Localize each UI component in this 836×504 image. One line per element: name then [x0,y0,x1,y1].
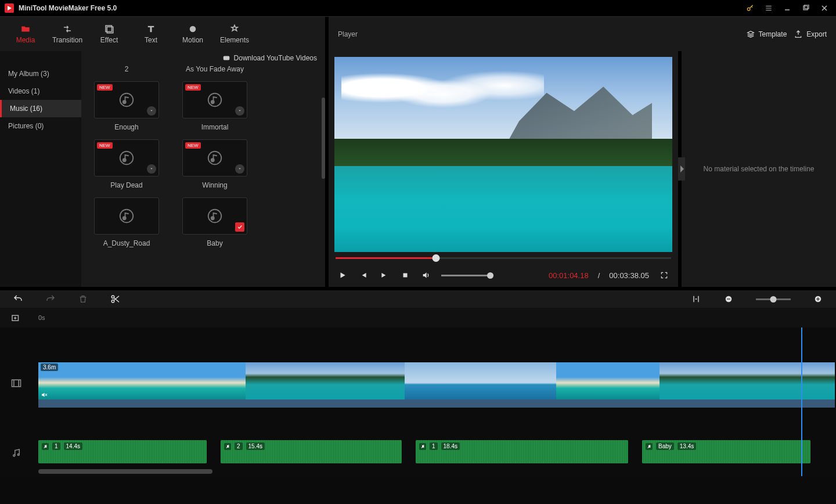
clip-name: 1 [52,442,60,450]
svg-point-40 [648,447,648,448]
media-grid: Download YouTube Videos 2As You Fade Awa… [81,51,325,287]
svg-point-39 [423,447,424,447]
inspector-empty-text: No material selected on the timeline [704,165,815,173]
close-button[interactable] [817,1,831,15]
tab-motion[interactable]: Motion [172,20,214,48]
prev-button[interactable] [358,269,369,281]
add-track-icon[interactable] [10,312,21,323]
download-icon[interactable] [235,164,244,174]
download-icon[interactable] [235,106,244,116]
collapse-inspector-button[interactable] [678,157,685,181]
mute-icon[interactable] [41,391,48,398]
svg-point-12 [120,152,134,165]
new-badge: NEW [97,84,113,91]
fit-button[interactable] [691,294,701,304]
timeline-ruler[interactable]: 0s [0,308,836,327]
svg-point-41 [650,447,650,447]
video-preview[interactable] [334,57,672,252]
minimize-button[interactable] [780,1,794,15]
delete-button[interactable] [78,294,88,304]
svg-point-6 [190,26,196,33]
svg-rect-7 [223,56,229,60]
volume-icon[interactable] [420,269,432,281]
tab-text[interactable]: Text [130,20,172,48]
music-clip[interactable]: Baby13.4s [642,440,810,463]
tab-transition[interactable]: Transition [46,20,88,48]
menu-icon[interactable] [762,1,776,15]
stop-button[interactable] [399,269,411,281]
sidebar: My Album (3) Videos (1) Music (16) Pictu… [0,51,81,287]
audio-track[interactable] [38,399,835,408]
media-card[interactable]: NEW [94,139,159,177]
tab-label: Text [145,36,157,44]
clip-name: Baby [656,442,674,450]
media-card[interactable]: NEW [182,139,247,177]
redo-button[interactable] [45,294,56,304]
music-clip[interactable]: 215.4s [221,440,402,463]
video-track-icon[interactable] [0,360,33,406]
music-track-icon[interactable] [0,441,33,465]
svg-point-37 [228,447,229,447]
music-track[interactable]: 114.4s215.4s118.4sBaby13.4s [38,440,836,463]
fullscreen-button[interactable] [658,269,670,281]
export-button[interactable]: Export [794,30,827,39]
sidebar-item-pictures[interactable]: Pictures (0) [0,117,81,135]
music-clip[interactable]: 118.4s [416,440,628,463]
svg-point-14 [208,152,222,165]
new-badge: NEW [97,142,113,149]
svg-point-38 [421,447,422,448]
svg-rect-26 [727,298,730,299]
sidebar-item-album[interactable]: My Album (3) [0,65,81,82]
horizontal-scrollbar[interactable] [38,469,212,474]
svg-point-10 [208,93,222,107]
play-button[interactable] [337,269,348,281]
key-icon[interactable] [743,1,757,15]
tab-label: Media [16,36,35,44]
scrollbar[interactable] [322,98,325,179]
next-button[interactable] [379,269,390,281]
media-card-label: A_Dusty_Road [103,239,150,247]
split-button[interactable] [110,294,121,304]
sidebar-item-videos[interactable]: Videos (1) [0,82,81,100]
media-card-label: As You Fade Away [186,65,244,73]
playhead[interactable] [801,327,802,476]
media-card[interactable]: NEW [182,81,247,118]
seek-bar[interactable] [334,252,672,264]
media-card[interactable] [94,197,159,235]
svg-point-9 [123,100,126,103]
tab-label: Effect [100,36,118,44]
main-tabs: Media Transition Effect Text Motion Elem… [0,17,325,51]
svg-point-15 [211,159,214,161]
zoom-in-button[interactable] [813,294,823,304]
zoom-out-button[interactable] [723,294,734,304]
tab-media[interactable]: Media [5,20,46,48]
music-clip[interactable]: 114.4s [38,440,207,463]
volume-slider[interactable] [441,275,493,276]
tab-elements[interactable]: Elements [214,20,255,48]
zoom-slider[interactable] [756,298,791,300]
svg-marker-20 [341,272,345,278]
sidebar-item-music[interactable]: Music (16) [0,100,81,117]
maximize-button[interactable] [799,1,813,15]
undo-button[interactable] [13,294,23,304]
media-card[interactable] [182,197,247,235]
titlebar: MiniTool MovieMaker Free 5.0 [0,0,836,16]
tab-label: Motion [182,36,203,44]
download-youtube-button[interactable]: Download YouTube Videos [81,51,325,65]
tab-effect[interactable]: Effect [88,20,130,48]
inspector-panel: No material selected on the timeline [678,51,836,287]
svg-point-17 [123,217,126,219]
svg-point-36 [226,447,227,448]
download-icon[interactable] [147,164,156,174]
template-button[interactable]: Template [746,30,787,39]
download-icon[interactable] [147,106,156,116]
media-card[interactable]: NEW [94,81,159,118]
svg-point-34 [44,447,45,448]
svg-rect-31 [12,380,21,387]
svg-rect-29 [817,297,818,301]
svg-rect-3 [805,5,809,9]
svg-point-33 [17,454,19,456]
app-title: MiniTool MovieMaker Free 5.0 [19,4,117,12]
music-icon [419,443,426,450]
video-track[interactable]: 3.6m [38,362,835,399]
